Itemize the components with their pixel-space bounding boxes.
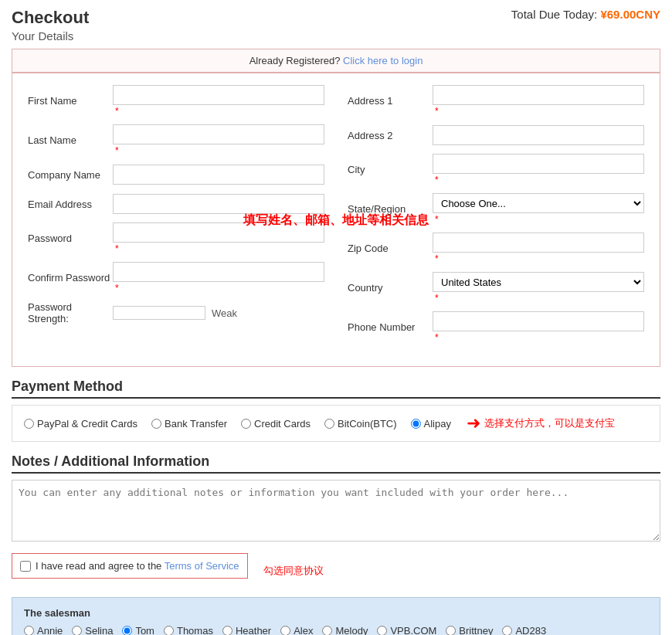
salesman-radio-brittney[interactable] [446,626,456,635]
address1-required: * [435,106,439,117]
page-subtitle: Your Details [12,29,89,42]
company-name-row: Company Name [28,164,324,185]
country-select[interactable]: United States [433,272,644,292]
payment-options: PayPal & Credit Cards Bank Transfer Cred… [24,418,451,430]
city-row: City * [348,154,644,185]
arrow-right-icon: ➜ [467,413,480,433]
country-row: Country United States * [348,272,644,304]
payment-radio-alipay[interactable] [411,419,421,429]
last-name-label: Last Name [28,134,113,146]
payment-option-alipay[interactable]: Alipay [411,418,451,430]
zip-row: Zip Code * [348,233,644,264]
form-grid: First Name * Last Name * Company Name [28,85,644,351]
salesman-option-alex[interactable]: Alex [280,625,313,635]
salesman-radio-selina[interactable] [72,626,82,635]
salesman-radio-alex[interactable] [280,626,290,635]
already-registered-text: Already Registered? [249,55,341,66]
payment-option-bitcoin[interactable]: BitCoin(BTC) [324,418,397,430]
total-label: Total Due Today: [511,8,597,21]
zip-required: * [435,253,439,264]
login-link[interactable]: Click here to login [343,55,423,66]
country-required: * [435,293,439,304]
salesman-radio-heather[interactable] [222,626,232,635]
salesman-radio-thomas[interactable] [164,626,174,635]
salesman-option-thomas[interactable]: Thomas [164,625,213,635]
password-input[interactable] [113,222,324,243]
notes-textarea[interactable] [12,480,660,542]
already-registered-bar: Already Registered? Click here to login [12,49,660,73]
payment-radio-bank[interactable] [151,419,161,429]
company-name-label: Company Name [28,169,113,181]
salesman-option-ad283[interactable]: AD283 [502,625,546,635]
first-name-required: * [115,106,119,117]
confirm-password-row: Confirm Password * [28,262,324,294]
terms-row: I have read and agree to the Terms of Se… [12,553,248,579]
payment-section: PayPal & Credit Cards Bank Transfer Cred… [12,405,660,442]
last-name-input-wrap: * [113,124,324,156]
address1-input[interactable] [433,85,644,105]
salesman-option-heather[interactable]: Heather [222,625,271,635]
country-select-wrap: United States * [433,272,644,304]
terms-label: I have read and agree to the Terms of Se… [36,560,239,572]
first-name-input[interactable] [113,85,324,105]
last-name-input[interactable] [113,124,324,144]
phone-input[interactable] [433,311,644,331]
city-input-wrap: * [433,154,644,185]
terms-checkbox[interactable] [20,561,31,572]
email-input-wrap [113,194,324,214]
notes-title: Notes / Additional Information [12,453,660,474]
address2-input-wrap [433,125,644,145]
payment-radio-credit[interactable] [241,419,251,429]
state-label: State/Region [348,203,433,215]
salesman-label-heather: Heather [236,625,271,635]
salesman-label-brittney: Brittney [459,625,493,635]
salesman-option-melody[interactable]: Melody [322,625,368,635]
password-strength-bar [113,306,205,320]
address1-row: Address 1 * [348,85,644,117]
first-name-input-wrap: * [113,85,324,117]
address1-input-wrap: * [433,85,644,117]
address1-label: Address 1 [348,95,433,107]
state-select-wrap: Choose One... * [433,193,644,225]
terms-annotation: 勾选同意协议 [263,564,324,578]
city-required: * [435,175,439,185]
salesman-radio-vpbcom[interactable] [377,626,387,635]
page-title: Checkout [12,8,89,28]
state-select[interactable]: Choose One... [433,193,644,213]
password-input-wrap: * [113,222,324,254]
payment-radio-bitcoin[interactable] [324,419,334,429]
payment-title: Payment Method [12,379,660,399]
salesman-radio-tom[interactable] [122,626,132,635]
payment-annotation-area: ➜ 选择支付方式，可以是支付宝 [467,413,615,433]
last-name-row: Last Name * [28,124,324,156]
payment-radio-paypal[interactable] [24,419,34,429]
salesman-radio-ad283[interactable] [502,626,512,635]
address2-input[interactable] [433,125,644,145]
salesman-radio-annie[interactable] [24,626,34,635]
salesman-label-alex: Alex [294,625,313,635]
salesman-option-brittney[interactable]: Brittney [446,625,493,635]
city-input[interactable] [433,154,644,174]
payment-label-bitcoin: BitCoin(BTC) [338,418,397,430]
payment-option-bank[interactable]: Bank Transfer [151,418,227,430]
salesman-option-selina[interactable]: Selina [72,625,113,635]
salesman-option-tom[interactable]: Tom [122,625,154,635]
last-name-required: * [115,145,119,156]
salesman-option-annie[interactable]: Annie [24,625,63,635]
confirm-password-required: * [115,283,119,294]
payment-option-paypal[interactable]: PayPal & Credit Cards [24,418,137,430]
email-label: Email Address [28,199,113,210]
password-required: * [115,243,119,254]
terms-link[interactable]: Terms of Service [165,560,239,572]
confirm-password-input[interactable] [113,262,324,282]
email-input[interactable] [113,194,324,214]
salesman-option-vpbcom[interactable]: VPB.COM [377,625,436,635]
zip-input[interactable] [433,233,644,253]
salesman-options: Annie Selina Tom Thomas Heather Alex Mel… [24,625,648,635]
payment-option-credit[interactable]: Credit Cards [241,418,311,430]
salesman-radio-melody[interactable] [322,626,332,635]
password-row: Password * [28,222,324,254]
header: Checkout Your Details Total Due Today: ¥… [12,8,660,42]
confirm-password-input-wrap: * [113,262,324,294]
company-name-input[interactable] [113,165,324,185]
